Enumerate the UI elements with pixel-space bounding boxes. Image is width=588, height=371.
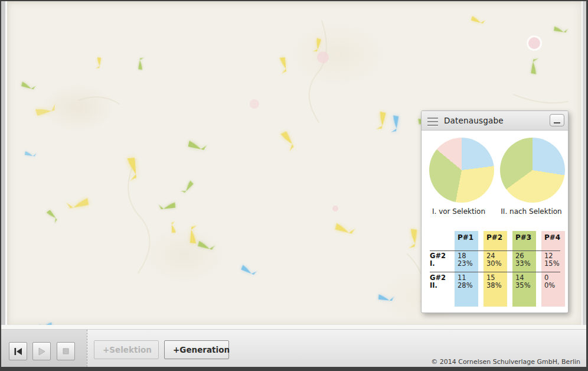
table-column-header: P#3	[512, 233, 536, 242]
table-row-label: I.	[430, 260, 435, 268]
table-column-stripe	[541, 231, 565, 307]
table-column-header: P#1	[455, 233, 478, 242]
toolbar-divider	[87, 330, 87, 367]
stage-right-gutter	[582, 1, 586, 325]
table-cell-percent: 23%	[458, 260, 473, 268]
table-cell-percent: 28%	[458, 282, 473, 289]
table-cell-percent: 33%	[515, 260, 531, 268]
skip-to-start-button[interactable]	[9, 342, 27, 360]
skip-to-start-icon	[14, 347, 23, 356]
table-rule	[430, 250, 560, 251]
table-cell-percent: 38%	[486, 282, 502, 289]
copyright-text: © 2014 Cornelsen Schulverlage GmbH, Berl…	[431, 358, 580, 366]
stop-button[interactable]	[57, 342, 75, 360]
data-table: P#1P#2P#3P#4G#2I.1823%2430%2633%1215%G#2…	[422, 111, 569, 314]
table-column-stripe	[512, 231, 536, 307]
data-output-panel: Datenausgabe I. vor Selektion II. nach S…	[421, 110, 569, 313]
table-cell-percent: 0%	[544, 282, 555, 289]
add-generation-button[interactable]: +Generation	[164, 340, 229, 359]
table-column-header: P#4	[541, 233, 565, 242]
window-border-left	[0, 0, 1, 371]
faded-spot	[332, 206, 338, 211]
table-row-label: II.	[430, 282, 437, 289]
table-column-stripe	[455, 231, 478, 307]
table-cell-percent: 35%	[515, 282, 531, 289]
table-column-header: P#2	[484, 233, 507, 242]
play-icon	[37, 347, 46, 356]
window-border-top	[0, 0, 588, 1]
window-border-bottom	[0, 367, 588, 371]
stage-left-gutter	[1, 1, 7, 325]
add-selektion-button[interactable]: +Selektion	[94, 340, 159, 359]
table-column-stripe	[484, 231, 507, 307]
table-rule	[430, 272, 560, 272]
stage-bottom-band	[1, 325, 586, 330]
faded-spot	[528, 37, 540, 49]
table-cell-percent: 30%	[486, 260, 502, 268]
faded-spot	[317, 51, 329, 63]
toolbar: +Selektion +Generation © 2014 Cornelsen …	[1, 330, 586, 367]
play-button[interactable]	[32, 342, 51, 360]
stop-icon	[62, 347, 70, 355]
table-cell-percent: 15%	[544, 260, 560, 268]
faded-spot	[250, 99, 259, 109]
